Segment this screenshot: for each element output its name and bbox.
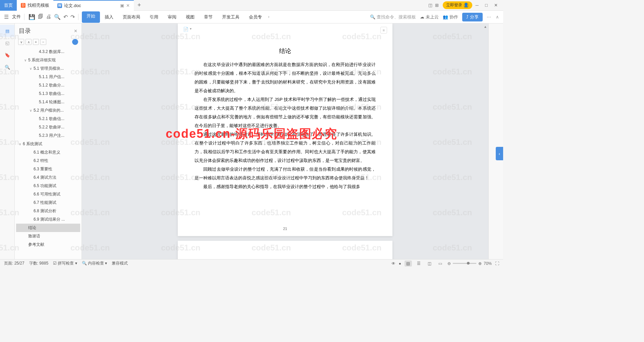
- sidebar-close-icon[interactable]: ✕: [74, 28, 77, 34]
- eye-icon[interactable]: 👁: [391, 261, 395, 266]
- share-button[interactable]: ⤴ 分享: [462, 13, 483, 21]
- outline-item[interactable]: 5.1.1 用户信...: [16, 73, 80, 81]
- outline-item[interactable]: 6.9 测试结果分 ...: [16, 215, 80, 224]
- command-search[interactable]: 🔍 查找命令、搜索模板: [370, 14, 416, 20]
- outline-item[interactable]: 5.1.3 歌曲信...: [16, 90, 80, 98]
- share-icon: ⤴: [466, 14, 469, 19]
- menu-icon[interactable]: ☰: [4, 14, 9, 20]
- outline-item[interactable]: 6.3 重要性: [16, 165, 80, 173]
- outline-item[interactable]: ∨6 系统测试: [16, 140, 80, 148]
- user-icon: 👤: [464, 3, 469, 8]
- menu-reference[interactable]: 引用: [145, 11, 163, 23]
- tab-templates[interactable]: D 找稻壳模板: [17, 0, 53, 11]
- outline-view-icon[interactable]: ☰: [415, 261, 423, 267]
- zoom-out-icon[interactable]: ⊖: [447, 261, 451, 266]
- tab-document[interactable]: W 论文.doc ▣ ✕: [53, 0, 134, 11]
- outline-label: 5 系统详细实现: [28, 57, 56, 63]
- menu-start[interactable]: 开始: [82, 11, 100, 23]
- login-button[interactable]: 立即登录 👤: [443, 1, 472, 9]
- redo-icon[interactable]: ↷: [70, 14, 75, 20]
- chevron-down-icon[interactable]: ▾: [190, 27, 192, 34]
- outline-label: 6.5 功能测试: [34, 183, 56, 189]
- collab-button[interactable]: 👥 协作: [443, 14, 458, 20]
- outline-item[interactable]: 5.1.4 轮播图...: [16, 98, 80, 106]
- outline-item[interactable]: 6.7 性能测试: [16, 198, 80, 207]
- outline-item[interactable]: 6.4 测试方法: [16, 173, 80, 182]
- word-count[interactable]: 字数: 9885: [29, 261, 48, 266]
- side-panel-icon[interactable]: ◫: [428, 3, 432, 8]
- undo-icon[interactable]: ↶: [63, 14, 68, 20]
- outline-icon[interactable]: ▤: [0, 25, 14, 37]
- close-window-button[interactable]: ✕: [491, 1, 500, 10]
- read-view-icon[interactable]: ▭: [437, 261, 444, 267]
- cast-icon[interactable]: ▣: [120, 3, 124, 8]
- menu-member[interactable]: 会员专: [244, 11, 267, 23]
- outline-item[interactable]: 5.2.1 歌曲信...: [16, 115, 80, 123]
- apps-icon[interactable]: ⊞: [435, 3, 439, 8]
- menu-insert[interactable]: 插入: [100, 11, 118, 23]
- more-icon[interactable]: ⋯: [487, 14, 492, 19]
- right-expand-tab[interactable]: ‹: [496, 147, 503, 160]
- file-menu[interactable]: 文件: [12, 14, 21, 20]
- save-icon[interactable]: 💾: [29, 14, 35, 20]
- zoom-control[interactable]: ⊖ ⊕ 70%: [447, 261, 492, 266]
- menu-layout[interactable]: 页面布局: [118, 11, 145, 23]
- outline-item[interactable]: 6.2 特性: [16, 157, 80, 165]
- doc-options-icon[interactable]: ≡: [380, 27, 387, 34]
- tab-home[interactable]: 首页: [0, 0, 17, 11]
- add-icon[interactable]: +: [33, 39, 39, 45]
- zoom-slider[interactable]: [453, 263, 476, 264]
- content-check[interactable]: 🔍 内容检查 ▾: [82, 261, 107, 266]
- outline-item[interactable]: 5.1.2 歌曲分...: [16, 81, 80, 90]
- maximize-button[interactable]: □: [482, 1, 491, 10]
- outline-item[interactable]: 5.2.3 用户注...: [16, 131, 80, 140]
- outline-item[interactable]: 致谢语: [16, 232, 80, 240]
- page-icon[interactable]: 📄: [183, 27, 189, 34]
- fullscreen-icon[interactable]: ⛶: [495, 261, 499, 266]
- scroll-up-icon[interactable]: ▲: [484, 25, 487, 30]
- document-area[interactable]: 📄 ▾ ≡ 结论 在这次毕业设计中遇到的最困难的方面就是在数据库方面的知识，在刚…: [82, 23, 488, 259]
- bookmark-icon[interactable]: 🔖: [0, 49, 14, 61]
- outline-item[interactable]: 6.6 可用性测试: [16, 190, 80, 198]
- cloud-status[interactable]: ☁ 未上云: [420, 14, 439, 20]
- menu-devtools[interactable]: 开发工具: [217, 11, 244, 23]
- find-icon[interactable]: 🔍: [0, 61, 14, 73]
- outline-item[interactable]: 结论: [16, 224, 80, 232]
- collapse-all-icon[interactable]: ∨: [18, 39, 24, 45]
- chevron-right-icon[interactable]: ›: [267, 11, 271, 23]
- compat-mode[interactable]: 兼容模式: [112, 261, 128, 266]
- web-view-icon[interactable]: ◫: [426, 261, 433, 267]
- minimize-button[interactable]: ─: [472, 1, 482, 10]
- remove-icon[interactable]: −: [40, 39, 46, 45]
- expand-all-icon[interactable]: ∧: [25, 39, 32, 45]
- close-icon[interactable]: ✕: [126, 3, 130, 8]
- saveas-icon[interactable]: 🗐: [38, 14, 43, 20]
- outline-item[interactable]: 6.8 测试分析: [16, 207, 80, 215]
- spellcheck-toggle[interactable]: ☑ 拼写检查 ▾: [53, 261, 77, 266]
- preview-icon[interactable]: 🔍: [54, 14, 61, 20]
- outline-item[interactable]: 6.1 概念和意义: [16, 148, 80, 157]
- menu-review[interactable]: 审阅: [163, 11, 181, 23]
- print-icon[interactable]: 🖨: [46, 14, 51, 20]
- zoom-in-icon[interactable]: ⊕: [478, 261, 482, 266]
- outline-item[interactable]: ∨5.2 用户模块的...: [16, 106, 80, 115]
- share-label: 分享: [470, 14, 479, 20]
- outline-item[interactable]: ∨5.1 管理员模块...: [16, 64, 80, 73]
- nav-icon[interactable]: ◱: [0, 37, 14, 49]
- outline-item[interactable]: 参考文献: [16, 240, 80, 249]
- outline-item[interactable]: 6.5 功能测试: [16, 182, 80, 190]
- outline-item[interactable]: 4.3.2 数据库...: [16, 48, 80, 56]
- zoom-level[interactable]: 70%: [484, 261, 492, 266]
- menu-view[interactable]: 视图: [181, 11, 199, 23]
- menu-section[interactable]: 章节: [199, 11, 217, 23]
- lock-icon[interactable]: ●: [399, 261, 401, 266]
- outline-item[interactable]: 5.2.2 歌曲评...: [16, 123, 80, 131]
- expand-icon[interactable]: ∧: [496, 14, 499, 19]
- page-counter[interactable]: 页面: 25/27: [4, 261, 24, 266]
- ai-icon[interactable]: [72, 39, 78, 45]
- daoke-icon: D: [21, 3, 25, 8]
- outline-item[interactable]: ∨5 系统详细实现: [16, 56, 80, 64]
- outline-label: 6.2 特性: [34, 158, 48, 164]
- page-view-icon[interactable]: ▤: [405, 261, 412, 267]
- new-tab-button[interactable]: +: [134, 2, 145, 9]
